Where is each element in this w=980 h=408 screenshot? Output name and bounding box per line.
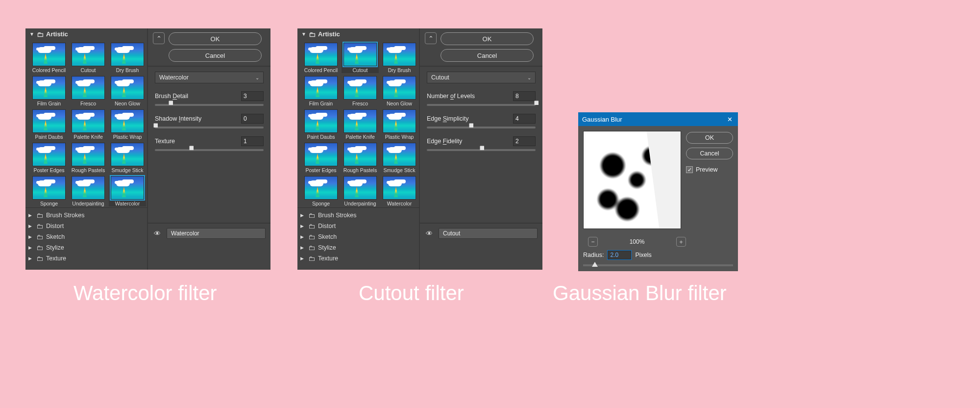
ok-button[interactable]: OK (169, 32, 262, 45)
thumb-colored-pencil[interactable]: Colored Pencil (30, 43, 68, 73)
thumb-fresco[interactable]: Fresco (70, 76, 107, 106)
zoom-out-button[interactable]: − (588, 237, 598, 247)
param-slider[interactable] (427, 127, 536, 128)
category-sketch[interactable]: ▶🗀Sketch (297, 231, 419, 242)
filter-select[interactable]: Watercolor ⌄ (155, 72, 264, 83)
param-value-input[interactable] (513, 114, 536, 124)
category-brush-strokes[interactable]: ▶🗀Brush Strokes (25, 210, 147, 221)
thumb-image (111, 143, 144, 166)
category-collapsed-list: ▶🗀Brush Strokes▶🗀Distort▶🗀Sketch▶🗀Styliz… (25, 207, 147, 264)
thumb-label: Watercolor (381, 200, 418, 206)
thumb-poster-edges[interactable]: Poster Edges (302, 143, 340, 173)
param-slider[interactable] (427, 104, 536, 106)
preview-checkbox[interactable]: ✓ Preview (686, 166, 733, 173)
thumb-label: Sponge (302, 200, 340, 206)
close-icon[interactable]: ✕ (724, 116, 735, 123)
gaussian-preview[interactable] (583, 131, 681, 229)
thumb-image (111, 76, 144, 100)
chevron-right-icon: ▶ (300, 245, 305, 250)
thumb-film-grain[interactable]: Film Grain (30, 76, 68, 106)
thumb-fresco[interactable]: Fresco (342, 76, 379, 106)
thumb-underpainting[interactable]: Underpainting (342, 176, 379, 206)
thumb-rough-pastels[interactable]: Rough Pastels (70, 143, 107, 173)
thumb-underpainting[interactable]: Underpainting (70, 176, 107, 206)
param-value-input[interactable] (513, 91, 536, 101)
thumb-smudge-stick[interactable]: Smudge Stick (381, 143, 418, 173)
cancel-button[interactable]: Cancel (441, 49, 534, 62)
thumb-label: Palette Knife (70, 133, 107, 140)
folder-icon: 🗀 (36, 255, 43, 262)
slider-handle[interactable] (592, 262, 598, 267)
category-texture[interactable]: ▶🗀Texture (297, 253, 419, 264)
thumb-label: Paint Daubs (302, 133, 340, 140)
param-value-input[interactable] (241, 136, 264, 146)
param-value-input[interactable] (241, 114, 264, 124)
thumb-palette-knife[interactable]: Palette Knife (70, 109, 107, 140)
cancel-button[interactable]: Cancel (686, 148, 733, 159)
thumb-image (383, 43, 416, 66)
ok-button[interactable]: OK (441, 32, 534, 45)
param-shadow-intensity: Shadow Intensity (155, 114, 264, 128)
radius-input[interactable] (608, 251, 631, 259)
thumb-plastic-wrap[interactable]: Plastic Wrap (109, 109, 146, 140)
thumb-sponge[interactable]: Sponge (302, 176, 340, 206)
zoom-in-button[interactable]: ＋ (676, 237, 686, 247)
filter-select[interactable]: Cutout ⌄ (427, 72, 536, 83)
thumb-label: Smudge Stick (109, 166, 146, 173)
thumb-paint-daubs[interactable]: Paint Daubs (302, 109, 340, 140)
applied-filter-chip[interactable]: Cutout (439, 228, 538, 239)
category-distort[interactable]: ▶🗀Distort (297, 221, 419, 231)
param-slider[interactable] (427, 149, 536, 151)
collapse-params-button[interactable]: ⌃ (153, 32, 165, 44)
thumb-watercolor[interactable]: Watercolor (381, 176, 418, 206)
thumb-plastic-wrap[interactable]: Plastic Wrap (381, 109, 418, 140)
category-distort[interactable]: ▶🗀Distort (25, 221, 147, 231)
thumb-dry-brush[interactable]: Dry Brush (381, 43, 418, 73)
category-texture[interactable]: ▶🗀Texture (25, 253, 147, 264)
thumb-rough-pastels[interactable]: Rough Pastels (342, 143, 379, 173)
param-slider[interactable] (155, 127, 264, 128)
radius-slider[interactable] (583, 264, 733, 266)
param-value-input[interactable] (241, 91, 264, 101)
category-sketch[interactable]: ▶🗀Sketch (25, 231, 147, 242)
category-stylize[interactable]: ▶🗀Stylize (297, 242, 419, 253)
thumb-poster-edges[interactable]: Poster Edges (30, 143, 68, 173)
ok-button[interactable]: OK (686, 132, 733, 144)
thumb-palette-knife[interactable]: Palette Knife (342, 109, 379, 140)
thumb-watercolor[interactable]: Watercolor (109, 176, 146, 206)
category-brush-strokes[interactable]: ▶🗀Brush Strokes (297, 210, 419, 221)
thumb-colored-pencil[interactable]: Colored Pencil (302, 43, 340, 73)
thumb-label: Underpainting (70, 200, 107, 206)
category-artistic-header[interactable]: ▼ 🗀 Artistic (25, 28, 147, 40)
thumb-image (383, 176, 416, 200)
category-artistic-header[interactable]: ▼ 🗀 Artistic (297, 28, 419, 40)
thumb-paint-daubs[interactable]: Paint Daubs (30, 109, 68, 140)
cancel-button[interactable]: Cancel (169, 49, 262, 62)
thumb-neon-glow[interactable]: Neon Glow (109, 76, 146, 106)
param-value-input[interactable] (513, 136, 536, 146)
applied-filter-chip[interactable]: Watercolor (167, 228, 266, 239)
category-label: Artistic (46, 30, 68, 38)
thumb-sponge[interactable]: Sponge (30, 176, 68, 206)
category-stylize[interactable]: ▶🗀Stylize (25, 242, 147, 253)
thumb-dry-brush[interactable]: Dry Brush (109, 43, 146, 73)
param-slider[interactable] (155, 104, 264, 106)
thumb-neon-glow[interactable]: Neon Glow (381, 76, 418, 106)
category-label: Stylize (46, 244, 64, 251)
dialog-title: Gaussian Blur (582, 116, 622, 123)
gallery-categories-pane: ▼ 🗀 Artistic Colored PencilCutoutDry Bru… (297, 28, 420, 270)
folder-icon: 🗀 (308, 255, 315, 262)
thumb-image (343, 76, 377, 100)
thumb-image (304, 43, 338, 66)
visibility-eye-icon[interactable]: 👁 (425, 230, 434, 237)
thumb-film-grain[interactable]: Film Grain (302, 76, 340, 106)
visibility-eye-icon[interactable]: 👁 (153, 230, 162, 237)
thumb-cutout[interactable]: Cutout (70, 43, 107, 73)
thumb-cutout[interactable]: Cutout (342, 43, 379, 73)
param-slider[interactable] (155, 149, 264, 151)
thumb-smudge-stick[interactable]: Smudge Stick (109, 143, 146, 173)
zoom-level: 100% (630, 238, 645, 245)
gallery-categories-pane: ▼ 🗀 Artistic Colored PencilCutoutDry Bru… (25, 28, 148, 270)
collapse-params-button[interactable]: ⌃ (425, 32, 437, 44)
dialog-titlebar[interactable]: Gaussian Blur ✕ (578, 112, 738, 126)
